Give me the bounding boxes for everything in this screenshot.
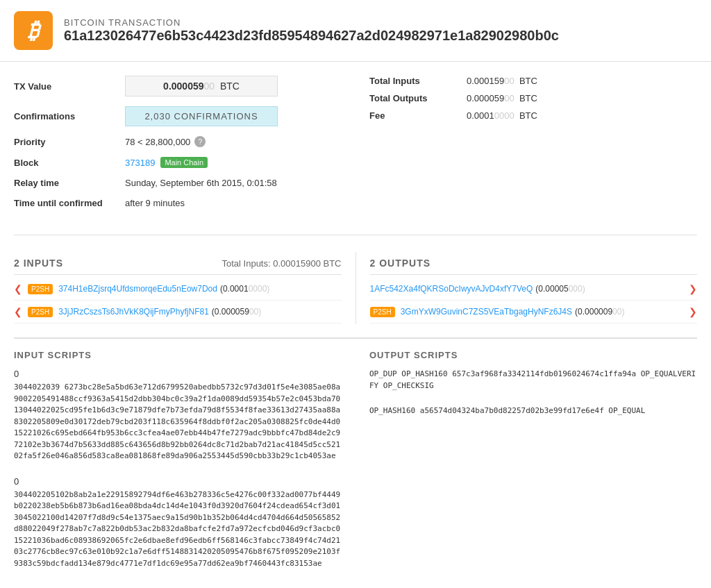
relay-time-label: Relay time [14, 178, 125, 188]
total-inputs-row: Total Inputs 0.00015900 BTC [369, 76, 697, 86]
output-amount-main-1: (0.00005 [535, 284, 568, 294]
input-scripts-title: INPUT SCRIPTS [14, 350, 342, 360]
p2sh-badge-1: P2SH [28, 284, 53, 294]
input-item: ❮ P2SH 3JjJRzCszsTs6JhVkK8QijFmyPhyfjNF8… [14, 301, 342, 324]
bitcoin-icon: ₿ [28, 18, 39, 44]
input-amount-main-1: (0.0001 [220, 284, 249, 294]
output-address-1[interactable]: 1AFc542Xa4fQKRSoDcIwyvAJvD4xfY7VeQ [370, 284, 533, 294]
inputs-header: 2 INPUTS Total Inputs: 0.00015900 BTC [14, 252, 342, 275]
total-inputs-label: Total Inputs [369, 76, 467, 86]
output-amount-main-2: (0.000009 [575, 307, 612, 317]
input-amount-main-2: (0.000059 [212, 307, 249, 317]
priority-row: Priority 78 < 28,800,000 ? [14, 136, 342, 147]
output-item: 1AFc542Xa4fQKRSoDcIwyvAJvD4xfY7VeQ (0.00… [370, 278, 698, 301]
header-text: BITCOIN TRANSACTION 61a123026477e6b53c44… [64, 17, 559, 44]
info-right: Total Inputs 0.00015900 BTC Total Output… [369, 76, 697, 218]
confirmations-row: Confirmations 2,030 CONFIRMATIONS [14, 106, 342, 126]
input-arrow-icon-2[interactable]: ❮ [14, 306, 22, 317]
output-address-2[interactable]: 3GmYxW9GuvinC7ZS5VEaTbgagHyNFz6J4S [401, 307, 572, 317]
block-row: Block 373189 Main Chain [14, 157, 342, 168]
total-outputs-label: Total Outputs [369, 93, 467, 103]
io-grid: 2 INPUTS Total Inputs: 0.00015900 BTC ❮ … [14, 252, 697, 324]
script-text-2: 304402205102b8ab2a1e22915892794df6e463b2… [14, 489, 342, 570]
total-outputs-value: 0.00005900 BTC [467, 93, 537, 103]
script-num-2: 0 [14, 476, 342, 487]
input-scripts-panel: INPUT SCRIPTS 0 3044022039 6273bc28e5a5b… [14, 350, 342, 583]
tx-value-unit: BTC [220, 81, 240, 92]
total-inputs-value: 0.00015900 BTC [467, 76, 537, 86]
fee-value: 0.00010000 BTC [467, 110, 537, 121]
output-script-text-1: OP_DUP OP_HASH160 657c3af968fa3342114fdb… [369, 369, 697, 392]
output-right-1: ❯ [683, 283, 697, 294]
tx-value-main: 0.000059 [163, 81, 203, 92]
output-scripts-panel: OUTPUT SCRIPTS OP_DUP OP_HASH160 657c3af… [369, 350, 697, 583]
outputs-header: 2 OUTPUTS [370, 252, 698, 275]
input-script-block-1: 0 3044022039 6273bc28e5a5bd63e712d679952… [14, 369, 342, 462]
input-arrow-icon-1[interactable]: ❮ [14, 283, 22, 294]
input-address-1[interactable]: 374H1eBZjsrq4UfdsmorqeEdu5nEow7Dod [58, 284, 217, 294]
confirmations-box: 2,030 CONFIRMATIONS [125, 106, 278, 126]
output-amount-faded-2: 00) [612, 307, 624, 317]
bitcoin-logo: ₿ [14, 11, 53, 50]
output-arrow-icon-1[interactable]: ❯ [689, 283, 697, 294]
output-left-2: P2SH 3GmYxW9GuvinC7ZS5VEaTbgagHyNFz6J4S … [370, 307, 684, 317]
inputs-total: Total Inputs: 0.00015900 BTC [221, 258, 341, 269]
output-script-text-2: OP_HASH160 a56574d04324ba7b0d82257d02b3e… [369, 405, 697, 417]
page-header: ₿ BITCOIN TRANSACTION 61a123026477e6b53c… [0, 0, 711, 62]
inputs-panel: 2 INPUTS Total Inputs: 0.00015900 BTC ❮ … [14, 252, 356, 324]
block-number-link[interactable]: 373189 [125, 158, 155, 168]
transaction-hash: 61a123026477e6b53c4423d23fd85954894627a2… [64, 28, 559, 44]
main-chain-badge: Main Chain [160, 157, 208, 168]
block-label: Block [14, 158, 125, 168]
tx-value-faded: 00 [204, 81, 215, 92]
main-content: TX Value 0.00005900 BTC Confirmations 2,… [0, 62, 711, 588]
scripts-grid: INPUT SCRIPTS 0 3044022039 6273bc28e5a5b… [14, 350, 697, 583]
fee-label: Fee [369, 110, 467, 121]
time-confirmed-value: after 9 minutes [125, 198, 185, 208]
input-item: ❮ P2SH 374H1eBZjsrq4UfdsmorqeEdu5nEow7Do… [14, 278, 342, 301]
p2sh-badge-out-2: P2SH [370, 307, 395, 317]
script-text-1: 3044022039 6273bc28e5a5bd63e712d6799520a… [14, 382, 342, 462]
time-confirmed-label: Time until confirmed [14, 198, 125, 208]
output-arrow-icon-2[interactable]: ❯ [689, 306, 697, 317]
output-script-block-2: OP_HASH160 a56574d04324ba7b0d82257d02b3e… [369, 405, 697, 417]
priority-help-icon[interactable]: ? [194, 136, 206, 147]
script-num-1: 0 [14, 369, 342, 379]
info-left: TX Value 0.00005900 BTC Confirmations 2,… [14, 76, 342, 218]
input-amount-faded-1: 0000) [249, 284, 270, 294]
tx-value-row: TX Value 0.00005900 BTC [14, 76, 342, 96]
tx-value-box: 0.00005900 BTC [125, 76, 278, 96]
outputs-panel: 2 OUTPUTS 1AFc542Xa4fQKRSoDcIwyvAJvD4xfY… [356, 252, 698, 324]
p2sh-badge-2: P2SH [28, 307, 53, 317]
confirmations-value: 2,030 CONFIRMATIONS [144, 111, 258, 121]
output-amount-faded-1: 000) [569, 284, 585, 294]
inputs-title: 2 INPUTS [14, 258, 63, 269]
fee-row: Fee 0.00010000 BTC [369, 110, 697, 121]
output-left-1: 1AFc542Xa4fQKRSoDcIwyvAJvD4xfY7VeQ (0.00… [370, 284, 684, 294]
confirmations-label: Confirmations [14, 111, 125, 121]
priority-label: Priority [14, 137, 125, 147]
relay-time-row: Relay time Sunday, September 6th 2015, 0… [14, 178, 342, 188]
tx-value-label: TX Value [14, 81, 125, 92]
output-script-block-1: OP_DUP OP_HASH160 657c3af968fa3342114fdb… [369, 369, 697, 392]
output-right-2: ❯ [683, 306, 697, 317]
output-item: P2SH 3GmYxW9GuvinC7ZS5VEaTbgagHyNFz6J4S … [370, 301, 698, 324]
input-script-block-2: 0 304402205102b8ab2a1e22915892794df6e463… [14, 476, 342, 570]
page-type-label: BITCOIN TRANSACTION [64, 17, 559, 28]
info-grid: TX Value 0.00005900 BTC Confirmations 2,… [14, 76, 697, 235]
relay-time-value: Sunday, September 6th 2015, 0:01:58 [125, 178, 277, 188]
priority-value: 78 < 28,800,000 [125, 137, 190, 147]
output-scripts-title: OUTPUT SCRIPTS [369, 350, 697, 360]
total-outputs-row: Total Outputs 0.00005900 BTC [369, 93, 697, 103]
scripts-section: INPUT SCRIPTS 0 3044022039 6273bc28e5a5b… [14, 337, 697, 583]
input-amount-faded-2: 00) [249, 307, 261, 317]
outputs-title: 2 OUTPUTS [370, 258, 431, 269]
time-confirmed-row: Time until confirmed after 9 minutes [14, 198, 342, 208]
input-address-2[interactable]: 3JjJRzCszsTs6JhVkK8QijFmyPhyfjNF81 [58, 307, 209, 317]
